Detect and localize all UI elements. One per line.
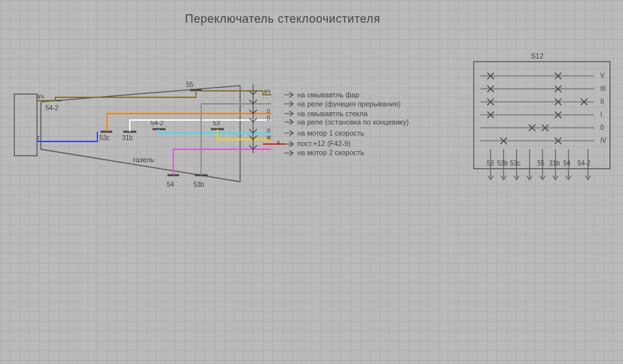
svg-text:пост.+12 (F42-9): пост.+12 (F42-9) (297, 140, 350, 147)
svg-text:кч: кч (38, 93, 44, 100)
exit-arrows (249, 84, 257, 153)
svg-text:0: 0 (600, 124, 604, 131)
output-labels: на омывавтль фар на реле (функция прерыв… (284, 91, 409, 156)
svg-text:к: к (277, 139, 280, 146)
svg-text:IV: IV (600, 137, 607, 144)
svg-text:31b: 31b (122, 134, 133, 141)
svg-text:V: V (600, 72, 605, 79)
wire-color-labels: кч г кч о б о ж к (38, 88, 280, 146)
svg-text:53b: 53b (193, 181, 204, 188)
wires (37, 90, 286, 175)
svg-text:31b: 31b (549, 160, 560, 167)
svg-text:55: 55 (186, 81, 194, 88)
svg-text:III: III (600, 85, 605, 92)
svg-text:на омывавтль стекла: на омывавтль стекла (297, 110, 368, 117)
svg-text:53c: 53c (99, 134, 110, 141)
svg-text:г: г (38, 134, 40, 141)
svg-text:на реле (функция прерывания): на реле (функция прерывания) (297, 100, 400, 108)
svg-text:на омывавтль фар: на омывавтль фар (297, 91, 360, 99)
svg-text:II: II (600, 98, 604, 105)
gazel-label: газель (133, 156, 154, 164)
svg-text:54-2: 54-2 (45, 104, 58, 112)
svg-text:на реле (остановка по концевик: на реле (остановка по концевику) (297, 118, 409, 126)
svg-text:на мотор 2 скорость: на мотор 2 скорость (297, 149, 364, 156)
svg-text:о: о (267, 107, 271, 114)
svg-text:ж: ж (267, 134, 271, 141)
svg-text:53: 53 (487, 160, 495, 167)
s12-block: S12 V III II I 0 IV (474, 0, 623, 180)
page-title: Переключатель стеклоочистителя (185, 12, 380, 25)
svg-text:54: 54 (563, 160, 571, 167)
svg-text:кч: кч (264, 88, 271, 95)
svg-text:б: б (267, 115, 271, 122)
svg-text:54: 54 (167, 181, 175, 188)
svg-text:55: 55 (537, 160, 545, 167)
s12-title: S12 (531, 52, 544, 60)
svg-text:о: о (267, 127, 271, 134)
svg-rect-0 (14, 94, 37, 156)
gazel-outline: газель (41, 86, 240, 182)
svg-text:53c: 53c (510, 160, 520, 167)
svg-text:I: I (600, 111, 602, 118)
svg-text:54-2: 54-2 (578, 160, 591, 167)
svg-text:на мотор 1 скорость: на мотор 1 скорость (297, 129, 364, 137)
svg-text:53b: 53b (497, 160, 508, 167)
